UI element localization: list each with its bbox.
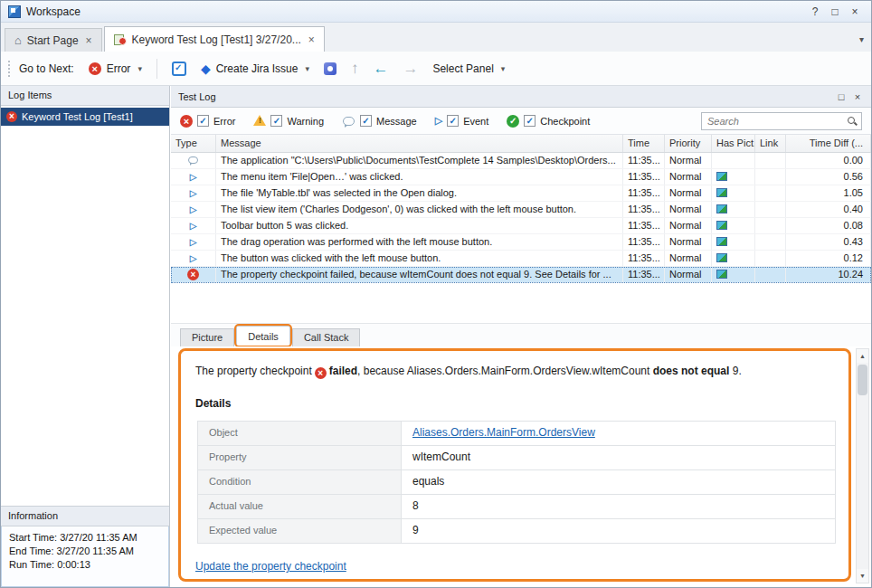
log-row[interactable]: The list view item ('Charles Dodgeson', … (171, 202, 871, 218)
filter-message-label: Message (376, 116, 417, 127)
select-panel-label: Select Panel (432, 62, 493, 75)
restore-button[interactable]: □ (826, 4, 844, 20)
panel-restore-button[interactable]: □ (833, 90, 849, 104)
column-priority[interactable]: Priority (665, 135, 712, 152)
filter-error[interactable]: Error (180, 115, 235, 128)
log-row-time-diff: 0.00 (786, 153, 871, 168)
filter-message[interactable]: Message (342, 115, 417, 128)
toolbar-grip[interactable] (8, 61, 12, 77)
tab-list-dropdown-icon[interactable] (859, 34, 864, 44)
info-start-time: Start Time: 3/27/20 11:35 AM (9, 531, 161, 545)
message-icon (342, 115, 355, 128)
log-row[interactable]: The button was clicked with the left mou… (171, 251, 871, 267)
error-icon (187, 269, 199, 280)
column-time[interactable]: Time (623, 135, 665, 152)
picture-icon (716, 237, 727, 246)
scrollbar-thumb[interactable] (858, 365, 867, 395)
export-arrow-icon (351, 62, 359, 76)
log-row-selected[interactable]: The property checkpoint failed, because … (171, 267, 871, 283)
log-items-panel: Log Items Keyword Test Log [Test1] Infor… (1, 86, 170, 587)
details-value: wItemCount (402, 446, 835, 469)
panel-close-button[interactable]: × (849, 90, 866, 104)
log-row-priority: Normal (665, 169, 712, 185)
event-checkbox[interactable] (447, 115, 459, 127)
title-bar: Workspace ? □ × (1, 1, 871, 23)
tab-close-icon[interactable]: × (308, 33, 315, 46)
summary-text: The property checkpoint (195, 365, 312, 377)
column-type[interactable]: Type (171, 135, 216, 152)
log-row-link (755, 267, 786, 282)
tab-call-stack[interactable]: Call Stack (292, 328, 361, 346)
log-row-type (171, 218, 216, 233)
close-button[interactable]: × (846, 4, 864, 20)
previous-item-button[interactable] (365, 58, 395, 80)
object-link[interactable]: Aliases.Orders.MainForm.OrdersView (412, 426, 595, 439)
warning-icon (253, 115, 266, 127)
log-row-time: 11:35... (623, 169, 665, 185)
log-row[interactable]: Toolbar button 5 was clicked. 11:35... N… (171, 218, 871, 234)
column-message[interactable]: Message (216, 135, 623, 152)
details-scrollbar[interactable]: ▲ ▼ (856, 348, 869, 583)
tab-start-page[interactable]: Start Page × (5, 28, 102, 52)
scroll-up-icon[interactable]: ▲ (857, 349, 868, 363)
checkpoint-checkbox[interactable] (524, 115, 536, 127)
scrollbar-track[interactable] (857, 363, 868, 569)
log-type-icon (187, 171, 199, 183)
filter-checkpoint[interactable]: Checkpoint (507, 115, 590, 128)
document-tab-strip: Start Page × Keyword Test Log [Test1] 3/… (1, 23, 871, 52)
details-row-property: Property wItemCount (197, 446, 836, 470)
filter-warning[interactable]: Warning (253, 115, 324, 127)
help-button[interactable]: ? (806, 4, 824, 20)
log-row[interactable]: The menu item 'File|Open…' was clicked. … (171, 169, 871, 185)
tab-keyword-test-log[interactable]: Keyword Test Log [Test1] 3/27/20... × (104, 26, 325, 52)
error-checkbox[interactable] (197, 115, 209, 127)
filter-bar: Error Warning Message Event Checkpoint (171, 108, 871, 135)
log-row[interactable]: The file 'MyTable.tbl' was selected in t… (171, 185, 871, 202)
post-issue-button[interactable] (165, 58, 194, 80)
log-row-message: The list view item ('Charles Dodgeson', … (216, 202, 623, 217)
export-button[interactable] (344, 58, 366, 80)
tab-details[interactable]: Details (236, 326, 290, 346)
warning-checkbox[interactable] (270, 115, 282, 127)
log-row[interactable]: The application "C:\Users\Public\Documen… (171, 153, 871, 169)
details-label: Condition (198, 470, 402, 494)
log-row-priority: Normal (665, 185, 712, 201)
log-row-time: 11:35... (623, 153, 665, 168)
log-row[interactable]: The drag operation was performed with th… (171, 234, 871, 251)
goto-next-error-dropdown[interactable]: Error (81, 59, 149, 79)
log-row-link (755, 218, 786, 233)
test-log-header: Test Log □ × (171, 86, 871, 108)
log-row-type (171, 153, 216, 168)
jira-issue-button[interactable] (317, 59, 344, 79)
select-panel-dropdown[interactable]: Select Panel (425, 59, 512, 79)
details-value: 9 (402, 519, 835, 543)
column-has-picture[interactable]: Has Pict... (712, 135, 755, 152)
log-row-has-picture (712, 202, 755, 217)
summary-text: 9. (733, 365, 742, 377)
search-input[interactable] (701, 112, 862, 130)
details-row-actual-value: Actual value 8 (197, 495, 836, 519)
details-value: Aliases.Orders.MainForm.OrdersView (402, 422, 835, 445)
post-issue-icon (172, 62, 186, 76)
filter-event[interactable]: Event (435, 115, 489, 127)
next-arrow-icon (403, 62, 418, 76)
log-type-icon (187, 236, 199, 248)
log-type-icon (187, 204, 199, 215)
log-row-link (755, 202, 786, 217)
column-time-diff[interactable]: Time Diff (... (786, 135, 871, 152)
summary-failed: failed (329, 365, 357, 377)
update-checkpoint-link[interactable]: Update the property checkpoint (195, 560, 346, 573)
message-checkbox[interactable] (360, 115, 372, 127)
column-link[interactable]: Link (755, 135, 786, 152)
log-row-link (755, 185, 786, 201)
workspace-icon (8, 5, 21, 18)
next-item-button[interactable] (395, 58, 425, 80)
tab-close-icon[interactable]: × (86, 34, 92, 47)
tree-item-keyword-test-log[interactable]: Keyword Test Log [Test1] (1, 108, 169, 126)
log-toolbar: Go to Next: Error Create Jira Issue Sel (1, 52, 871, 86)
tab-picture[interactable]: Picture (180, 328, 234, 346)
scroll-down-icon[interactable]: ▼ (857, 569, 868, 583)
create-jira-issue-button[interactable]: Create Jira Issue (194, 59, 317, 79)
log-row-time-diff: 1.05 (786, 185, 871, 201)
log-row-link (755, 169, 786, 185)
